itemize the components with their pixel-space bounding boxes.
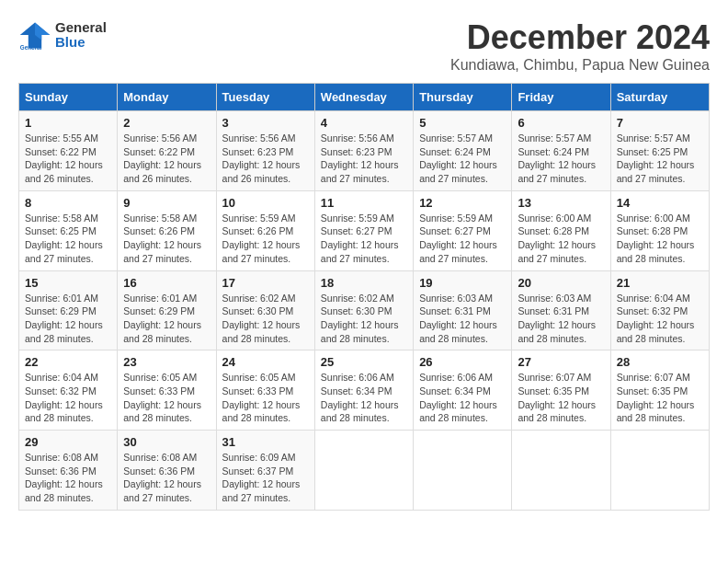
calendar-day-14: 14Sunrise: 6:00 AM Sunset: 6:28 PM Dayli… — [610, 190, 709, 270]
day-info: Sunrise: 6:08 AM Sunset: 6:36 PM Dayligh… — [25, 451, 111, 505]
day-number: 26 — [419, 355, 506, 369]
day-number: 24 — [222, 355, 309, 369]
day-info: Sunrise: 5:59 AM Sunset: 6:27 PM Dayligh… — [321, 212, 407, 266]
calendar-day-23: 23Sunrise: 6:05 AM Sunset: 6:33 PM Dayli… — [118, 350, 216, 431]
day-number: 3 — [222, 116, 309, 130]
calendar-week-2: 8Sunrise: 5:58 AM Sunset: 6:25 PM Daylig… — [19, 190, 710, 270]
calendar-day-3: 3Sunrise: 5:56 AM Sunset: 6:23 PM Daylig… — [216, 111, 314, 191]
weekday-header-monday: Monday — [118, 84, 216, 111]
day-info: Sunrise: 6:07 AM Sunset: 6:35 PM Dayligh… — [518, 371, 604, 425]
day-info: Sunrise: 6:03 AM Sunset: 6:31 PM Dayligh… — [518, 292, 604, 346]
day-info: Sunrise: 6:06 AM Sunset: 6:34 PM Dayligh… — [321, 371, 407, 425]
day-info: Sunrise: 5:56 AM Sunset: 6:23 PM Dayligh… — [222, 132, 309, 186]
calendar-day-30: 30Sunrise: 6:08 AM Sunset: 6:36 PM Dayli… — [118, 431, 216, 511]
calendar-day-18: 18Sunrise: 6:02 AM Sunset: 6:30 PM Dayli… — [314, 270, 413, 350]
day-info: Sunrise: 6:01 AM Sunset: 6:29 PM Dayligh… — [123, 292, 210, 346]
calendar-day-27: 27Sunrise: 6:07 AM Sunset: 6:35 PM Dayli… — [512, 350, 610, 431]
weekday-header-friday: Friday — [512, 84, 610, 111]
calendar-week-3: 15Sunrise: 6:01 AM Sunset: 6:29 PM Dayli… — [19, 270, 710, 350]
day-info: Sunrise: 5:58 AM Sunset: 6:25 PM Dayligh… — [25, 212, 111, 266]
logo-line1: General — [55, 20, 107, 36]
day-info: Sunrise: 6:05 AM Sunset: 6:33 PM Dayligh… — [222, 371, 309, 425]
day-info: Sunrise: 5:57 AM Sunset: 6:24 PM Dayligh… — [419, 132, 506, 186]
day-number: 2 — [123, 116, 210, 130]
calendar-day-31: 31Sunrise: 6:09 AM Sunset: 6:37 PM Dayli… — [216, 431, 314, 511]
day-number: 29 — [25, 435, 111, 449]
calendar-day-15: 15Sunrise: 6:01 AM Sunset: 6:29 PM Dayli… — [19, 270, 118, 350]
day-number: 10 — [222, 196, 309, 210]
calendar-week-4: 22Sunrise: 6:04 AM Sunset: 6:32 PM Dayli… — [19, 350, 710, 431]
calendar-week-1: 1Sunrise: 5:55 AM Sunset: 6:22 PM Daylig… — [19, 111, 710, 191]
empty-cell — [512, 431, 610, 511]
day-info: Sunrise: 6:04 AM Sunset: 6:32 PM Dayligh… — [617, 292, 703, 346]
day-info: Sunrise: 6:05 AM Sunset: 6:33 PM Dayligh… — [123, 371, 210, 425]
calendar-day-19: 19Sunrise: 6:03 AM Sunset: 6:31 PM Dayli… — [414, 270, 512, 350]
weekday-header-wednesday: Wednesday — [314, 84, 413, 111]
day-number: 28 — [617, 355, 703, 369]
day-number: 30 — [123, 435, 210, 449]
calendar-day-8: 8Sunrise: 5:58 AM Sunset: 6:25 PM Daylig… — [19, 190, 118, 270]
day-info: Sunrise: 6:06 AM Sunset: 6:34 PM Dayligh… — [419, 371, 506, 425]
day-number: 7 — [617, 116, 703, 130]
day-number: 9 — [123, 196, 210, 210]
calendar-day-9: 9Sunrise: 5:58 AM Sunset: 6:26 PM Daylig… — [118, 190, 216, 270]
day-number: 16 — [123, 276, 210, 290]
header: General General Blue December 2024 Kundi… — [18, 18, 710, 74]
day-number: 18 — [321, 276, 407, 290]
day-number: 4 — [321, 116, 407, 130]
day-info: Sunrise: 5:56 AM Sunset: 6:23 PM Dayligh… — [321, 132, 407, 186]
calendar-day-24: 24Sunrise: 6:05 AM Sunset: 6:33 PM Dayli… — [216, 350, 314, 431]
day-number: 19 — [419, 276, 506, 290]
day-info: Sunrise: 6:02 AM Sunset: 6:30 PM Dayligh… — [222, 292, 309, 346]
day-info: Sunrise: 5:55 AM Sunset: 6:22 PM Dayligh… — [25, 132, 111, 186]
logo-line2: Blue — [55, 35, 107, 51]
page-subtitle: Kundiawa, Chimbu, Papua New Guinea — [450, 57, 710, 74]
day-number: 11 — [321, 196, 407, 210]
day-info: Sunrise: 5:57 AM Sunset: 6:25 PM Dayligh… — [617, 132, 703, 186]
day-number: 14 — [617, 196, 703, 210]
empty-cell — [610, 431, 709, 511]
day-info: Sunrise: 6:00 AM Sunset: 6:28 PM Dayligh… — [518, 212, 604, 266]
calendar-day-22: 22Sunrise: 6:04 AM Sunset: 6:32 PM Dayli… — [19, 350, 118, 431]
day-info: Sunrise: 5:56 AM Sunset: 6:22 PM Dayligh… — [123, 132, 210, 186]
day-number: 31 — [222, 435, 309, 449]
calendar-day-10: 10Sunrise: 5:59 AM Sunset: 6:26 PM Dayli… — [216, 190, 314, 270]
calendar-week-5: 29Sunrise: 6:08 AM Sunset: 6:36 PM Dayli… — [19, 431, 710, 511]
weekday-header-thursday: Thursday — [414, 84, 512, 111]
day-number: 22 — [25, 355, 111, 369]
day-info: Sunrise: 5:59 AM Sunset: 6:26 PM Dayligh… — [222, 212, 309, 266]
weekday-header-tuesday: Tuesday — [216, 84, 314, 111]
calendar-day-21: 21Sunrise: 6:04 AM Sunset: 6:32 PM Dayli… — [610, 270, 709, 350]
calendar-day-16: 16Sunrise: 6:01 AM Sunset: 6:29 PM Dayli… — [118, 270, 216, 350]
weekday-header-sunday: Sunday — [19, 84, 118, 111]
calendar-table: SundayMondayTuesdayWednesdayThursdayFrid… — [18, 83, 710, 511]
calendar-day-20: 20Sunrise: 6:03 AM Sunset: 6:31 PM Dayli… — [512, 270, 610, 350]
day-info: Sunrise: 6:08 AM Sunset: 6:36 PM Dayligh… — [123, 451, 210, 505]
day-info: Sunrise: 6:00 AM Sunset: 6:28 PM Dayligh… — [617, 212, 703, 266]
day-number: 5 — [419, 116, 506, 130]
calendar-day-12: 12Sunrise: 5:59 AM Sunset: 6:27 PM Dayli… — [414, 190, 512, 270]
day-info: Sunrise: 6:03 AM Sunset: 6:31 PM Dayligh… — [419, 292, 506, 346]
day-number: 25 — [321, 355, 407, 369]
day-info: Sunrise: 6:04 AM Sunset: 6:32 PM Dayligh… — [25, 371, 111, 425]
day-number: 17 — [222, 276, 309, 290]
day-info: Sunrise: 5:57 AM Sunset: 6:24 PM Dayligh… — [518, 132, 604, 186]
empty-cell — [314, 431, 413, 511]
day-number: 27 — [518, 355, 604, 369]
day-number: 12 — [419, 196, 506, 210]
day-info: Sunrise: 5:58 AM Sunset: 6:26 PM Dayligh… — [123, 212, 210, 266]
logo: General General Blue — [18, 18, 107, 52]
day-info: Sunrise: 6:02 AM Sunset: 6:30 PM Dayligh… — [321, 292, 407, 346]
title-area: December 2024 Kundiawa, Chimbu, Papua Ne… — [450, 18, 710, 74]
day-number: 15 — [25, 276, 111, 290]
day-number: 1 — [25, 116, 111, 130]
day-number: 21 — [617, 276, 703, 290]
weekday-header-saturday: Saturday — [610, 84, 709, 111]
day-number: 13 — [518, 196, 604, 210]
day-info: Sunrise: 6:01 AM Sunset: 6:29 PM Dayligh… — [25, 292, 111, 346]
day-info: Sunrise: 5:59 AM Sunset: 6:27 PM Dayligh… — [419, 212, 506, 266]
day-number: 20 — [518, 276, 604, 290]
day-number: 23 — [123, 355, 210, 369]
day-number: 6 — [518, 116, 604, 130]
day-info: Sunrise: 6:09 AM Sunset: 6:37 PM Dayligh… — [222, 451, 309, 505]
